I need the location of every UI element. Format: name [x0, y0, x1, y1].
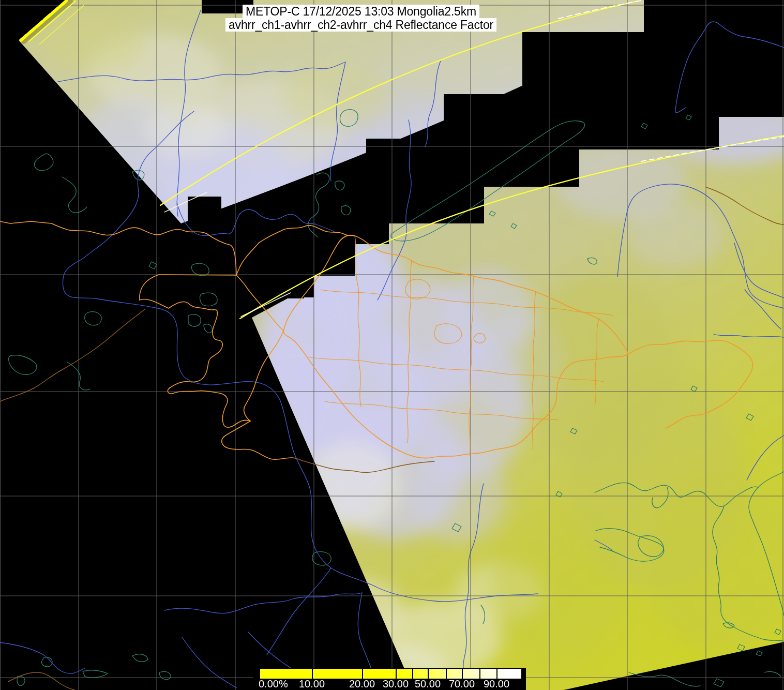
colorbar-tick	[396, 669, 397, 679]
colorbar-tick	[312, 669, 313, 679]
colorbar-gradient	[260, 669, 523, 679]
colorbar-label-70: 70.00	[449, 679, 475, 689]
colorbar-tick	[496, 669, 497, 679]
colorbar-label-10: 10.00	[299, 679, 325, 689]
colorbar-tick	[412, 669, 413, 679]
colorbar-tick	[446, 669, 447, 679]
colorbar-label-0: 0.00%	[259, 679, 288, 689]
colorbar-tick	[362, 669, 363, 679]
image-title: METOP-C 17/12/2025 13:03 Mongolia2.5km a…	[225, 5, 496, 32]
colorbar-tick	[462, 669, 463, 679]
title-line-2: avhrr_ch1-avhrr_ch2-avhrr_ch4 Reflectanc…	[225, 18, 496, 32]
title-line-1: METOP-C 17/12/2025 13:03 Mongolia2.5km	[243, 5, 479, 18]
map-canvas	[0, 0, 784, 690]
colorbar-tick	[479, 669, 480, 679]
colorbar-label-20: 20.00	[349, 679, 375, 689]
colorbar: 0.00% 10.00 20.00 30.00 50.00 70.00 90.0…	[253, 668, 526, 690]
colorbar-label-90: 90.00	[484, 679, 509, 689]
colorbar-label-50: 50.00	[415, 679, 441, 689]
colorbar-tick	[428, 669, 429, 679]
colorbar-endcap	[521, 669, 523, 679]
colorbar-label-30: 30.00	[383, 679, 409, 689]
satellite-image-viewport: METOP-C 17/12/2025 13:03 Mongolia2.5km a…	[0, 0, 784, 690]
